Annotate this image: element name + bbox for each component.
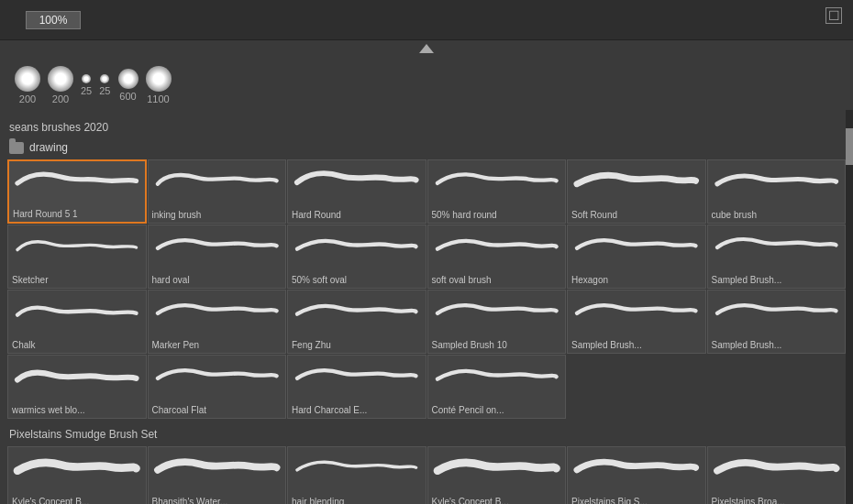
brush-preview-item-5[interactable]: 1100 — [146, 66, 172, 104]
brush-cell[interactable]: inking brush — [148, 159, 287, 224]
brush-name: Sampled Brush 10 — [432, 340, 562, 351]
brush-cell[interactable]: 50% hard round — [427, 159, 567, 224]
brush-stroke-svg — [292, 165, 422, 200]
group-header-0: seans brushes 2020 — [0, 117, 853, 137]
brush-stroke-svg — [13, 166, 141, 201]
brush-stroke-area — [432, 229, 562, 266]
brush-stroke-svg — [571, 230, 702, 265]
brush-cell[interactable]: Hexagon — [567, 225, 706, 289]
brush-stroke-svg — [432, 230, 562, 265]
brush-preview-label-0: 200 — [19, 93, 36, 104]
brush-preview-circle-3 — [100, 74, 109, 83]
brush-name: Soft Round — [571, 210, 702, 221]
brush-cell[interactable]: Soft Round — [567, 159, 706, 224]
brush-stroke-area — [12, 294, 142, 331]
main-panel: seans brushes 2020drawingHard Round 5 1i… — [0, 110, 853, 504]
brush-cell[interactable]: hair blending — [287, 446, 426, 504]
brush-cell[interactable]: Marker Pen — [148, 290, 287, 354]
group-header-1: Pixelstains Smudge Brush Set — [0, 424, 853, 444]
brush-name: hard oval — [152, 275, 282, 286]
brush-preview-item-4[interactable]: 600 — [118, 69, 138, 102]
brush-cell[interactable]: Pixelstains Broa... — [707, 446, 847, 504]
brush-name: inking brush — [152, 210, 282, 221]
brush-stroke-svg — [152, 360, 282, 395]
brush-preview-circle-1 — [48, 66, 73, 92]
brush-cell[interactable]: Pixelstains Big S... — [567, 446, 706, 504]
scrollbar-thumb[interactable] — [846, 128, 853, 165]
top-right-expand-icon[interactable]: ☐ — [825, 7, 842, 24]
brush-stroke-svg — [712, 452, 842, 487]
brush-preview-item-0[interactable]: 200 — [15, 66, 40, 104]
brush-cell[interactable]: Sampled Brush... — [707, 290, 847, 354]
brush-stroke-area — [712, 294, 842, 331]
brush-preview-circle-2 — [82, 74, 91, 83]
brush-stroke-area — [12, 359, 142, 396]
brush-name: Bhansith's Water... — [152, 497, 282, 504]
brush-preview-item-1[interactable]: 200 — [48, 66, 73, 104]
brush-stroke-svg — [152, 452, 282, 487]
brush-preview-circle-5 — [146, 66, 172, 92]
brush-name: Hard Round 5 1 — [13, 209, 141, 220]
scrollbar-track[interactable] — [846, 110, 853, 504]
brush-list-container[interactable]: seans brushes 2020drawingHard Round 5 1i… — [0, 110, 853, 504]
brush-cell[interactable]: Hard Round 5 1 — [7, 159, 147, 224]
brush-cell[interactable]: Kyle's Concept B... — [7, 446, 147, 504]
brush-cell[interactable]: Charcoal Flat — [148, 355, 287, 419]
brush-cell[interactable]: Conté Pencil on... — [427, 355, 567, 419]
brush-cell[interactable]: soft oval brush — [427, 225, 567, 289]
brush-stroke-svg — [571, 165, 702, 200]
brush-cell[interactable]: Sampled Brush 10 — [427, 290, 567, 354]
brush-cell[interactable]: Sampled Brush... — [567, 290, 706, 354]
brush-stroke-svg — [712, 295, 842, 330]
brush-stroke-area — [712, 164, 842, 201]
brush-cell[interactable]: Chalk — [7, 290, 147, 354]
hardness-input[interactable] — [26, 11, 81, 29]
brush-preview-label-1: 200 — [52, 93, 69, 104]
brush-stroke-svg — [432, 165, 562, 200]
brush-cell[interactable]: Bhansith's Water... — [148, 446, 287, 504]
brush-name: Conté Pencil on... — [432, 405, 562, 416]
brush-stroke-svg — [571, 452, 702, 487]
brush-cell[interactable]: Hard Round — [287, 159, 426, 224]
brush-cell[interactable]: 50% soft oval — [287, 225, 426, 289]
brush-cell[interactable]: hard oval — [148, 225, 287, 289]
brush-cell[interactable]: Sampled Brush... — [707, 225, 847, 289]
brush-name: Sampled Brush... — [712, 340, 842, 351]
brush-stroke-svg — [12, 360, 142, 395]
brush-cell[interactable]: Feng Zhu — [287, 290, 426, 354]
brush-preview-label-5: 1100 — [147, 93, 169, 104]
brush-stroke-area — [712, 229, 842, 266]
top-bar: ☐ — [0, 0, 853, 40]
brush-name: 50% soft oval — [292, 275, 422, 286]
brush-stroke-svg — [12, 452, 142, 487]
brush-name: hair blending — [292, 497, 422, 504]
brush-name: Pixelstains Broa... — [712, 497, 842, 504]
brush-preview-label-3: 25 — [99, 85, 110, 96]
brush-name: Marker Pen — [152, 340, 282, 351]
subgroup-header-0-0[interactable]: drawing — [0, 137, 853, 158]
brush-stroke-svg — [292, 295, 422, 330]
brush-preview-circle-4 — [118, 69, 138, 89]
brush-preview-item-2[interactable]: 25 — [81, 74, 92, 96]
brush-stroke-svg — [432, 295, 562, 330]
brush-preview-item-3[interactable]: 25 — [99, 74, 110, 96]
brush-cell[interactable]: Sketcher — [7, 225, 147, 289]
brush-stroke-area — [152, 451, 282, 488]
brush-stroke-svg — [712, 165, 842, 200]
brush-stroke-area — [571, 164, 702, 201]
brush-cell[interactable]: Hard Charcoal E... — [287, 355, 426, 419]
brush-cell[interactable]: warmics wet blo... — [7, 355, 147, 419]
brush-cell[interactable]: Kyle's Concept B... — [427, 446, 567, 504]
brush-stroke-svg — [152, 295, 282, 330]
brush-preview-label-4: 600 — [119, 91, 136, 102]
brush-name: Sampled Brush... — [712, 275, 842, 286]
collapse-arrow-icon[interactable] — [419, 44, 434, 53]
brush-name: cube brush — [712, 210, 842, 221]
brush-stroke-area — [432, 451, 562, 488]
brush-name: warmics wet blo... — [12, 405, 142, 416]
brush-name: Hard Charcoal E... — [292, 405, 422, 416]
brush-name: Kyle's Concept B... — [12, 497, 142, 504]
brush-stroke-svg — [152, 230, 282, 265]
brush-cell[interactable]: cube brush — [707, 159, 847, 224]
brush-name: 50% hard round — [432, 210, 562, 221]
